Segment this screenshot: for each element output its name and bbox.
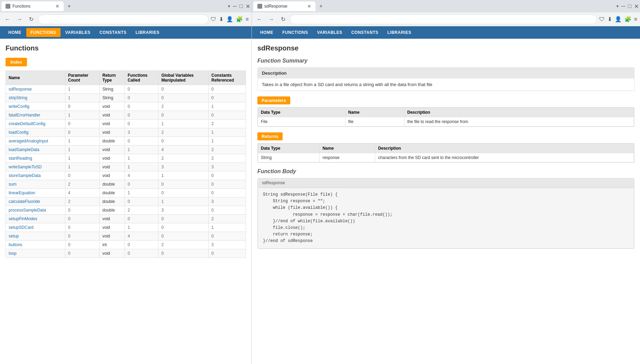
left-tab[interactable]: Functions ✕ [1,1,64,11]
right-tab-dropdown-icon[interactable]: ▾ [616,4,619,9]
table-row: processSampleData 0 double 2 3 0 [6,206,246,215]
right-tab[interactable]: sdResponse ✕ [253,1,316,11]
left-nav-home[interactable]: HOME [4,28,26,37]
left-content-area: Functions Index Name ParameterCount Retu… [0,39,252,364]
returns-col-description: Description [375,144,634,153]
func-name-cell[interactable]: createDefaultConfig [6,120,65,128]
menu-icon[interactable]: ≡ [246,16,249,22]
return-type-cell: int [100,241,125,249]
table-row: loop 0 void 0 0 0 [6,249,246,258]
right-nav-constants[interactable]: CONSTANTS [347,28,382,37]
func-name-cell[interactable]: linearEquation [6,189,65,197]
func-name-cell[interactable]: setup [6,232,65,241]
func-name-cell[interactable]: buttons [6,241,65,249]
code-header: sdResponse [258,178,634,188]
table-row: writeConfig 0 void 0 2 1 [6,102,246,111]
returns-table-box: Data Type Name Description String respon… [257,143,634,163]
constants-cell: 0 [209,94,246,102]
returns-row: String response characters from the SD c… [258,153,634,162]
func-name-cell[interactable]: processSampleData [6,206,65,215]
description-header: Description [258,68,634,78]
funcs-called-cell: 0 [125,94,158,102]
func-name-cell[interactable]: setupSDCard [6,223,65,232]
function-summary-label: Function Summary [257,58,634,64]
funcs-called-cell: 0 [125,215,158,223]
table-row: fatalErrorHandler 1 void 0 0 0 [6,111,246,120]
left-tab-close[interactable]: ✕ [55,3,60,9]
funcs-called-cell: 0 [125,120,158,128]
constants-cell: 0 [209,180,246,189]
func-name-cell[interactable]: fatalErrorHandler [6,111,65,120]
left-nav-variables[interactable]: VARIABLES [61,28,95,37]
return-type-cell: void [100,232,125,241]
return-type-cell: void [100,171,125,180]
parameters-section: Parameters Data Type Name Description Fi… [257,96,634,127]
func-name-cell[interactable]: startReading [6,154,65,163]
funcs-called-cell: 1 [125,163,158,171]
constants-cell: 2 [209,154,246,163]
func-name-cell[interactable]: writeConfig [6,102,65,111]
func-name-cell[interactable]: loadConfig [6,128,65,137]
globals-cell: 2 [158,102,209,111]
refresh-button[interactable]: ↻ [26,15,36,24]
param-count-cell: 2 [65,180,99,189]
right-nav-icons: 🛡 ⬇ 👤 🧩 ≡ [599,16,637,22]
func-name-cell[interactable]: setupPinModes [6,215,65,223]
right-tab-bar-right: ▾ ─ □ ✕ [616,3,639,10]
left-nav-bar: ← → ↻ 🛡 ⬇ 👤 🧩 ≡ [0,12,252,26]
func-name-cell[interactable]: stripString [6,94,65,102]
right-address-bar[interactable] [290,15,597,24]
param-datatype: File [258,117,346,127]
maximize-icon[interactable]: □ [239,3,243,9]
func-name-cell[interactable]: sdResponse [6,85,65,94]
right-tab-close[interactable]: ✕ [307,3,311,9]
right-nav-functions[interactable]: FUNCTIONS [278,28,312,37]
param-count-cell: 1 [65,111,99,120]
left-address-bar[interactable] [38,15,209,24]
right-new-tab-button[interactable]: + [316,1,326,11]
left-new-tab-button[interactable]: + [64,1,74,11]
right-refresh-button[interactable]: ↻ [278,15,288,24]
left-nav-functions[interactable]: FUNCTIONS [26,28,61,37]
func-name-cell[interactable]: sum [6,180,65,189]
right-forward-button[interactable]: → [266,15,276,24]
right-back-button[interactable]: ← [255,15,264,24]
func-name-cell[interactable]: calculateFluoride [6,197,65,206]
param-count-cell: 1 [65,85,99,94]
funcs-called-cell: 0 [125,85,158,94]
return-type-cell: void [100,154,125,163]
globals-cell: 0 [158,215,209,223]
return-datatype: String [258,153,320,162]
functions-table: Name ParameterCount ReturnType Functions… [6,71,246,258]
funcs-called-cell: 2 [125,206,158,215]
right-nav-variables[interactable]: VARIABLES [313,28,347,37]
minimize-icon[interactable]: ─ [233,3,237,9]
right-minimize-icon[interactable]: ─ [621,3,625,9]
right-menu-icon[interactable]: ≡ [634,16,637,22]
left-nav-libraries[interactable]: LIBRARIES [131,28,164,37]
func-name-cell[interactable]: writeSampleToSD [6,163,65,171]
description-box: Description Takes in a file object from … [257,67,634,91]
table-row: createDefaultConfig 0 void 0 1 2 [6,120,246,128]
back-button[interactable]: ← [3,15,12,24]
forward-button[interactable]: → [15,15,24,24]
tab-dropdown-icon[interactable]: ▾ [228,4,230,9]
func-name-cell[interactable]: loadSampleData [6,146,65,154]
right-close-window-icon[interactable]: ✕ [634,3,639,10]
close-window-icon[interactable]: ✕ [246,3,250,10]
func-name-cell[interactable]: loop [6,249,65,258]
funcs-called-cell: 4 [125,232,158,241]
param-count-cell: 0 [65,223,99,232]
right-nav-libraries[interactable]: LIBRARIES [383,28,415,37]
return-description: characters from the SD card sent to the … [375,153,634,162]
index-button[interactable]: Index [6,58,27,66]
table-row: setup 0 void 4 0 0 [6,232,246,241]
func-name-cell[interactable]: averagedAnalogInput [6,137,65,146]
right-maximize-icon[interactable]: □ [628,3,631,9]
funcs-called-cell: 0 [125,111,158,120]
right-nav-home[interactable]: HOME [256,28,277,37]
left-nav-constants[interactable]: CONSTANTS [95,28,130,37]
table-row: startReading 1 void 1 2 2 [6,154,246,163]
table-row: setupSDCard 0 void 1 0 1 [6,223,246,232]
func-name-cell[interactable]: storeSampleData [6,171,65,180]
